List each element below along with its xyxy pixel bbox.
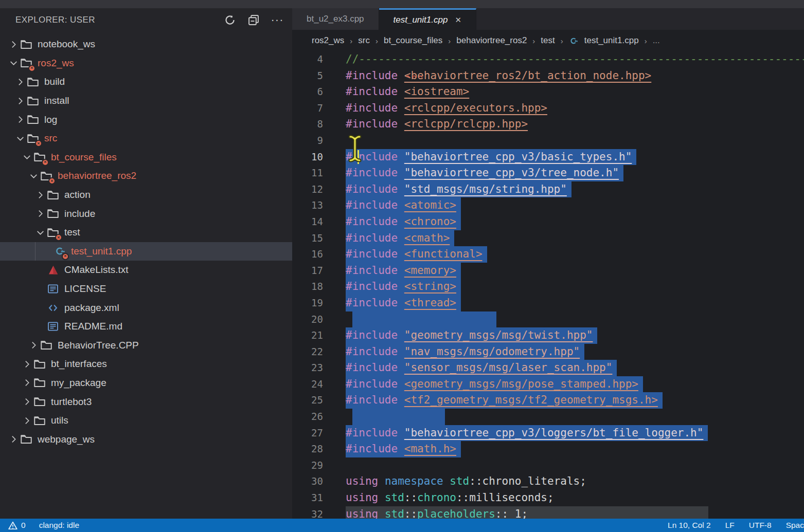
tree-item-test[interactable]: ×test: [0, 223, 292, 242]
code-line-9[interactable]: 9: [292, 133, 804, 149]
code-line-8[interactable]: 8#include <rclcpp/rclcpp.hpp>: [292, 116, 804, 133]
indentation-indicator[interactable]: Spac: [786, 521, 804, 530]
code-line-15[interactable]: 15#include <cmath>: [292, 230, 804, 247]
code-line-10[interactable]: 10#include "behaviortree_cpp_v3/basic_ty…: [292, 149, 804, 166]
code-line-25[interactable]: 25#include <tf2_geometry_msgs/tf2_geomet…: [292, 392, 804, 409]
tree-item-include[interactable]: include: [0, 204, 292, 223]
error-badge: ×: [48, 177, 56, 185]
chevron-right-icon[interactable]: [21, 396, 33, 408]
tree-item-test_unit1.cpp[interactable]: ×test_unit1.cpp: [0, 242, 292, 261]
chevron-down-icon[interactable]: [14, 132, 26, 144]
code-line-20[interactable]: 20: [292, 311, 804, 328]
keyword-token: namespace: [385, 475, 443, 487]
more-actions-icon[interactable]: ···: [270, 12, 285, 28]
code-line-17[interactable]: 17#include <memory>: [292, 263, 804, 279]
chevron-down-icon[interactable]: [34, 226, 46, 239]
code-line-4[interactable]: 4//-------------------------------------…: [292, 51, 804, 68]
code-line-14[interactable]: 14#include <chrono>: [292, 214, 804, 230]
chevron-down-icon[interactable]: [7, 57, 20, 69]
code-line-6[interactable]: 6#include <iostream>: [292, 84, 804, 100]
tree-item-action[interactable]: action: [0, 186, 292, 205]
tab-bt_u2_ex3[interactable]: bt_u2_ex3.cpp: [292, 8, 379, 30]
tree-item-behaviortree_ros2[interactable]: ×behaviortree_ros2: [0, 167, 292, 186]
encoding-indicator[interactable]: UTF-8: [749, 521, 772, 530]
code-line-18[interactable]: 18#include <string>: [292, 279, 804, 295]
code-line-27[interactable]: 27#include "behaviortree_cpp_v3/loggers/…: [292, 425, 804, 442]
code-line-13[interactable]: 13#include <atomic>: [292, 197, 804, 214]
chevron-right-icon[interactable]: [14, 76, 26, 88]
tree-item-ros2_ws[interactable]: ×ros2_ws: [0, 54, 292, 73]
chevron-right-icon[interactable]: [34, 208, 46, 220]
tree-item-CMakeLists.txt[interactable]: CMakeLists.txt: [0, 261, 292, 280]
chevron-right-icon[interactable]: [14, 95, 26, 107]
code-line-26[interactable]: 26: [292, 409, 804, 425]
tree-item-utils[interactable]: utils: [0, 411, 292, 430]
language-server-status[interactable]: clangd: idle: [39, 521, 79, 530]
tree-item-src[interactable]: ×src: [0, 129, 292, 148]
code-token: _1: [508, 508, 521, 519]
tree-item-README.md[interactable]: README.md: [0, 317, 292, 336]
chevron-right-icon[interactable]: [27, 339, 40, 352]
tree-item-LICENSE[interactable]: LICENSE: [0, 280, 292, 299]
tree-item-turtlebot3[interactable]: turtlebot3: [0, 392, 292, 411]
code-line-12[interactable]: 12#include "std_msgs/msg/string.hpp": [292, 181, 804, 198]
chevron-right-icon[interactable]: [14, 114, 26, 126]
code-line-29[interactable]: 29: [292, 457, 804, 474]
code-line-23[interactable]: 23#include "sensor_msgs/msg/laser_scan.h…: [292, 360, 804, 376]
code-line-31[interactable]: 31using std::chrono::milliseconds;: [292, 490, 804, 506]
line-number: 18: [292, 279, 328, 295]
breadcrumb-item[interactable]: ros2_ws: [312, 35, 344, 46]
tree-item-my_package[interactable]: my_package: [0, 374, 292, 393]
code-line-24[interactable]: 24#include <geometry_msgs/msg/pose_stamp…: [292, 376, 804, 393]
code-line-16[interactable]: 16#include <functional>: [292, 246, 804, 263]
tree-item-notebook_ws[interactable]: notebook_ws: [0, 35, 292, 54]
code-token: chrono_literals: [483, 475, 580, 487]
breadcrumb-item[interactable]: behaviortree_ros2: [456, 35, 527, 46]
tree-item-BehaviorTree.CPP[interactable]: BehaviorTree.CPP: [0, 336, 292, 355]
line-content: using std::chrono::milliseconds;: [346, 490, 554, 506]
breadcrumb-more[interactable]: ...: [653, 35, 660, 46]
breadcrumb-item[interactable]: test_unit1.cpp: [584, 35, 639, 46]
collapse-folders-icon[interactable]: [246, 12, 261, 28]
chevron-right-icon[interactable]: [21, 358, 33, 370]
tree-item-label: action: [64, 189, 91, 200]
code-token: [398, 394, 404, 406]
tree-item-log[interactable]: log: [0, 110, 292, 129]
keyword-token: #include: [346, 248, 398, 260]
close-tab-icon[interactable]: ✕: [455, 15, 461, 25]
breadcrumb-item[interactable]: test: [541, 35, 555, 46]
chevron-right-icon[interactable]: [7, 433, 20, 446]
problems-indicator[interactable]: 0: [8, 521, 26, 530]
line-number: 12: [292, 181, 328, 198]
chevron-spacer: [34, 264, 46, 276]
code-line-7[interactable]: 7#include <rclcpp/executors.hpp>: [292, 100, 804, 117]
code-line-19[interactable]: 19#include <thread>: [292, 295, 804, 311]
chevron-down-icon[interactable]: [21, 151, 33, 163]
eol-indicator[interactable]: LF: [725, 521, 735, 530]
chevron-right-icon[interactable]: [21, 377, 33, 389]
code-line-5[interactable]: 5#include <behaviortree_ros2/bt_action_n…: [292, 68, 804, 84]
tree-item-package.xml[interactable]: package.xml: [0, 298, 292, 317]
code-line-11[interactable]: 11#include "behaviortree_cpp_v3/tree_nod…: [292, 165, 804, 181]
breadcrumb-item[interactable]: src: [358, 35, 370, 46]
tree-item-install[interactable]: install: [0, 91, 292, 111]
tree-item-bt_interfaces[interactable]: bt_interfaces: [0, 355, 292, 374]
code-editor[interactable]: 4//-------------------------------------…: [292, 51, 804, 519]
chevron-right-icon[interactable]: [34, 189, 46, 201]
code-line-28[interactable]: 28#include <math.h>: [292, 441, 804, 457]
chevron-right-icon[interactable]: [7, 38, 20, 50]
tab-test_unit1[interactable]: test_unit1.cpp ✕: [379, 8, 476, 30]
tree-item-webpage_ws[interactable]: webpage_ws: [0, 430, 292, 449]
chevron-right-icon[interactable]: [21, 414, 33, 427]
refresh-explorer-icon[interactable]: [222, 12, 238, 28]
line-content: #include <math.h>: [346, 441, 461, 457]
tree-item-build[interactable]: build: [0, 72, 292, 91]
tree-item-bt_course_files[interactable]: ×bt_course_files: [0, 148, 292, 167]
code-line-30[interactable]: 30using namespace std::chrono_literals;: [292, 473, 804, 490]
code-line-21[interactable]: 21#include "geometry_msgs/msg/twist.hpp": [292, 327, 804, 344]
code-line-22[interactable]: 22#include "nav_msgs/msg/odometry.hpp": [292, 344, 804, 360]
breadcrumb-item[interactable]: bt_course_files: [384, 35, 442, 46]
chevron-down-icon[interactable]: [27, 170, 40, 182]
code-line-32[interactable]: 32using std::placeholders::_1;: [292, 506, 804, 519]
cursor-position[interactable]: Ln 10, Col 2: [668, 521, 711, 530]
